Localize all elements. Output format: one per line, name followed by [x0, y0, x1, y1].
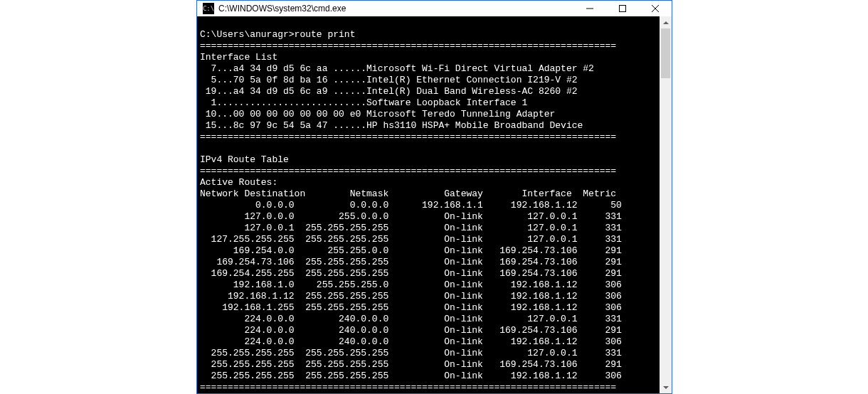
- close-button[interactable]: [639, 1, 672, 16]
- svg-rect-1: [620, 6, 626, 12]
- svg-marker-5: [663, 386, 669, 389]
- maximize-button[interactable]: [606, 1, 639, 16]
- titlebar-buttons: [573, 1, 672, 16]
- console-area: C:\Users\anuragr>route print ===========…: [197, 16, 672, 393]
- scroll-down-icon[interactable]: [660, 381, 672, 393]
- window-title: C:\WINDOWS\system32\cmd.exe: [218, 4, 573, 14]
- svg-marker-4: [663, 21, 669, 24]
- scroll-thumb[interactable]: [661, 28, 670, 78]
- titlebar[interactable]: C:\ C:\WINDOWS\system32\cmd.exe: [197, 1, 672, 16]
- cmd-window: C:\ C:\WINDOWS\system32\cmd.exe C:\Users…: [196, 0, 672, 394]
- minimize-button[interactable]: [573, 1, 606, 16]
- scroll-up-icon[interactable]: [660, 16, 672, 28]
- cmd-icon: C:\: [203, 3, 214, 14]
- console-output[interactable]: C:\Users\anuragr>route print ===========…: [197, 16, 660, 393]
- cmd-icon-text: C:\: [203, 6, 214, 12]
- scroll-track[interactable]: [660, 28, 672, 381]
- vertical-scrollbar[interactable]: [660, 16, 672, 393]
